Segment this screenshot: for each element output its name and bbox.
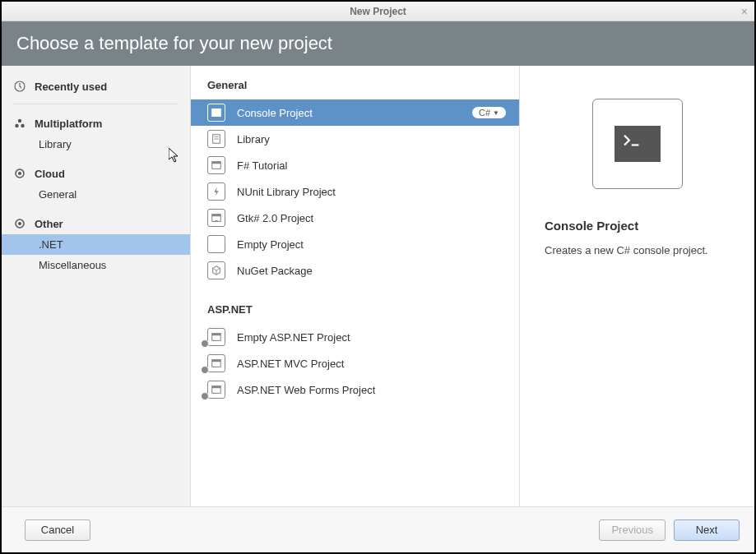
svg-rect-23	[212, 386, 221, 389]
empty-icon	[207, 235, 225, 253]
language-label: C#	[479, 108, 490, 118]
sidebar-item-general[interactable]: General	[2, 184, 190, 205]
cancel-button[interactable]: Cancel	[25, 519, 90, 541]
template-aspnet-mvc[interactable]: ASP.NET MVC Project	[191, 350, 519, 376]
chevron-down-icon: ▼	[493, 109, 499, 117]
sidebar-section-cloud[interactable]: Cloud	[2, 163, 190, 184]
sidebar-section-multiplatform[interactable]: Multiplatform	[2, 113, 190, 134]
package-icon	[207, 261, 225, 279]
template-nuget-package[interactable]: NuGet Package	[191, 257, 519, 284]
template-preview	[592, 99, 683, 189]
template-label: ASP.NET Web Forms Project	[237, 384, 375, 396]
template-fsharp-tutorial[interactable]: F# Tutorial	[191, 152, 519, 178]
previous-button: Previous	[599, 519, 666, 541]
template-empty-project[interactable]: Empty Project	[191, 231, 519, 257]
tutorial-icon	[207, 156, 225, 174]
template-label: Library	[237, 133, 270, 145]
sidebar-label: Cloud	[35, 168, 65, 180]
dialog-footer: Cancel Previous Next	[2, 506, 754, 552]
library-icon	[207, 130, 225, 148]
window-title: New Project	[350, 6, 406, 17]
svg-rect-19	[212, 334, 221, 336]
dialog-header: Choose a template for your new project	[2, 21, 754, 66]
template-aspnet-webforms[interactable]: ASP.NET Web Forms Project	[191, 376, 519, 403]
web-icon	[207, 328, 225, 346]
template-console-project[interactable]: Console Project C# ▼	[191, 99, 519, 126]
badge-icon	[201, 392, 209, 400]
close-icon[interactable]: ×	[741, 5, 748, 18]
sidebar-label: General	[39, 188, 77, 201]
template-label: F# Tutorial	[237, 159, 287, 172]
sidebar-label: Other	[35, 218, 63, 230]
language-selector[interactable]: C# ▼	[472, 107, 506, 118]
web-icon	[207, 381, 225, 399]
sidebar-label: Miscellaneous	[39, 259, 106, 271]
template-label: NuGet Package	[237, 265, 313, 277]
svg-point-5	[18, 172, 21, 175]
sidebar-label: Library	[39, 138, 72, 150]
bolt-icon	[207, 182, 225, 201]
badge-icon	[201, 366, 209, 374]
svg-rect-14	[212, 162, 221, 164]
svg-rect-21	[212, 360, 221, 362]
svg-rect-16	[212, 215, 221, 217]
template-label: ASP.NET MVC Project	[237, 358, 344, 370]
terminal-icon	[615, 126, 661, 162]
multiplatform-icon	[13, 117, 26, 130]
detail-description: Creates a new C# console project.	[545, 244, 708, 256]
web-icon	[207, 354, 225, 372]
group-header-general: General	[191, 79, 519, 99]
svg-point-7	[18, 222, 21, 225]
cloud-icon	[13, 167, 26, 180]
detail-title: Console Project	[545, 219, 638, 233]
other-icon	[13, 217, 26, 230]
clock-icon	[13, 80, 26, 93]
sidebar-divider	[13, 104, 179, 104]
template-label: NUnit Library Project	[237, 186, 336, 198]
group-header-aspnet: ASP.NET	[191, 284, 519, 324]
sidebar-item-miscellaneous[interactable]: Miscellaneous	[2, 255, 190, 275]
template-empty-aspnet[interactable]: Empty ASP.NET Project	[191, 324, 519, 350]
template-nunit-library[interactable]: NUnit Library Project	[191, 178, 519, 205]
template-library[interactable]: Library	[191, 126, 519, 152]
template-detail: Console Project Creates a new C# console…	[520, 66, 754, 506]
template-label: Empty ASP.NET Project	[237, 331, 350, 344]
template-gtk-project[interactable]: Gtk# 2.0 Project	[191, 205, 519, 231]
svg-point-3	[21, 124, 24, 127]
template-label: Console Project	[237, 107, 313, 119]
sidebar-label: .NET	[39, 238, 63, 251]
dialog-body: Recently used Multiplatform Library Clou…	[2, 66, 754, 506]
sidebar-label: Multiplatform	[35, 118, 102, 130]
next-button[interactable]: Next	[674, 519, 740, 541]
sidebar-item-dotnet[interactable]: .NET	[2, 234, 190, 255]
grid-icon	[207, 209, 225, 227]
badge-icon	[201, 339, 209, 348]
sidebar-label: Recently used	[35, 81, 107, 93]
sidebar-item-library[interactable]: Library	[2, 134, 190, 155]
titlebar: New Project ×	[2, 2, 754, 21]
svg-point-1	[18, 119, 21, 122]
sidebar-recently-used[interactable]: Recently used	[2, 76, 190, 97]
svg-point-2	[15, 124, 18, 127]
template-label: Empty Project	[237, 238, 304, 251]
new-project-dialog: New Project × Choose a template for your…	[0, 0, 756, 554]
template-list: General Console Project C# ▼ Library	[191, 66, 520, 506]
console-icon	[207, 104, 225, 122]
sidebar-section-other[interactable]: Other	[2, 213, 190, 234]
template-label: Gtk# 2.0 Project	[237, 212, 313, 224]
header-title: Choose a template for your new project	[16, 33, 332, 54]
category-sidebar: Recently used Multiplatform Library Clou…	[2, 66, 191, 506]
